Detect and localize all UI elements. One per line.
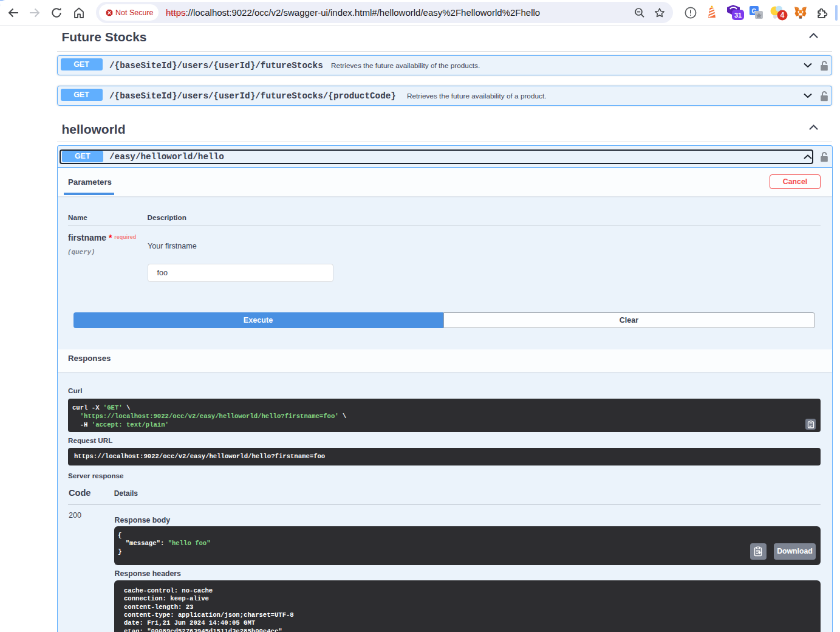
svg-text:31: 31 <box>734 12 742 19</box>
svg-text:4: 4 <box>780 11 785 19</box>
